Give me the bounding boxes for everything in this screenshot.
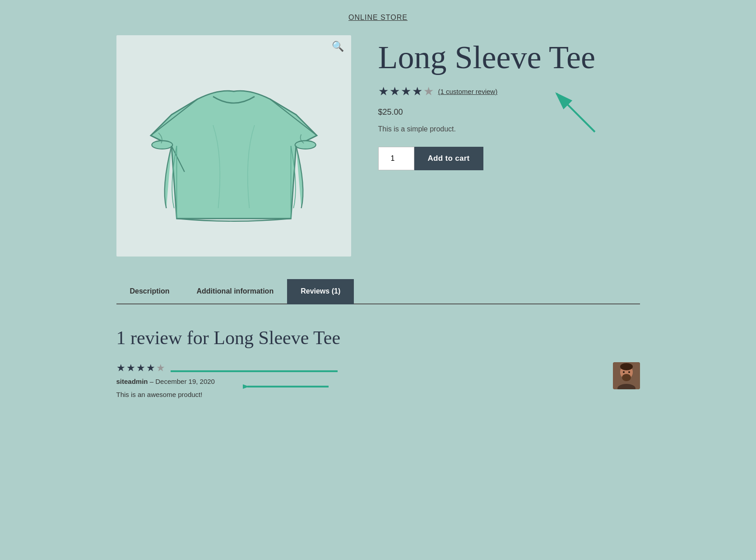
review-star-2: ★: [126, 362, 135, 374]
tab-additional-information[interactable]: Additional information: [183, 279, 288, 304]
svg-point-13: [628, 371, 630, 373]
tabs-section: Description Additional information Revie…: [116, 279, 640, 304]
star-4: ★: [412, 84, 422, 98]
review-heading: 1 review for Long Sleeve Tee: [116, 327, 640, 349]
product-price: $25.00: [378, 107, 640, 117]
svg-point-1: [295, 141, 315, 149]
arrow-annotation-2: [171, 364, 342, 378]
rating-row: ★ ★ ★ ★ ★ (1 customer review): [378, 84, 640, 98]
review-stars-row: ★ ★ ★ ★ ★: [116, 362, 165, 378]
star-1: ★: [378, 84, 389, 98]
store-nav-link[interactable]: ONLINE STORE: [348, 14, 408, 21]
review-meta: siteadmin – December 19, 2020: [116, 378, 640, 385]
product-info: Long Sleeve Tee ★ ★ ★ ★ ★ (1 customer re…: [378, 35, 640, 257]
add-to-cart-button[interactable]: Add to cart: [414, 147, 483, 170]
tab-description[interactable]: Description: [116, 279, 183, 304]
product-stars: ★ ★ ★ ★ ★: [378, 84, 434, 98]
star-3: ★: [401, 84, 411, 98]
product-title: Long Sleeve Tee: [378, 40, 640, 75]
quantity-input[interactable]: [378, 147, 414, 170]
review-text: This is an awesome product!: [116, 391, 640, 398]
review-separator: –: [150, 378, 156, 385]
tab-reviews[interactable]: Reviews (1): [287, 279, 354, 304]
review-item: ★ ★ ★ ★ ★ siteadmin – December 19, 2020: [116, 362, 640, 407]
review-star-4: ★: [146, 362, 155, 374]
product-section: 🔍: [116, 35, 640, 257]
product-image-container: 🔍: [116, 35, 351, 257]
svg-point-10: [622, 374, 631, 381]
reviewer-avatar: [613, 362, 640, 389]
svg-point-12: [623, 371, 625, 373]
product-image: [116, 35, 351, 257]
add-to-cart-row: Add to cart: [378, 147, 640, 170]
svg-point-9: [620, 363, 633, 370]
store-nav: ONLINE STORE: [116, 14, 640, 22]
svg-point-0: [152, 141, 172, 149]
review-meta-row: siteadmin – December 19, 2020: [116, 378, 640, 385]
reviewer-name: siteadmin: [116, 378, 148, 385]
star-2: ★: [390, 84, 400, 98]
review-section: 1 review for Long Sleeve Tee ★ ★ ★ ★ ★: [116, 318, 640, 407]
zoom-icon[interactable]: 🔍: [332, 41, 344, 52]
review-star-1: ★: [116, 362, 125, 374]
star-5: ★: [423, 84, 434, 98]
review-star-5: ★: [156, 362, 165, 374]
review-count-link[interactable]: (1 customer review): [438, 88, 498, 95]
review-stars: ★ ★ ★ ★ ★: [116, 362, 165, 374]
tabs-bar: Description Additional information Revie…: [116, 279, 640, 304]
review-date: December 19, 2020: [155, 378, 215, 385]
product-description: This is a simple product.: [378, 125, 640, 133]
review-star-3: ★: [136, 362, 145, 374]
